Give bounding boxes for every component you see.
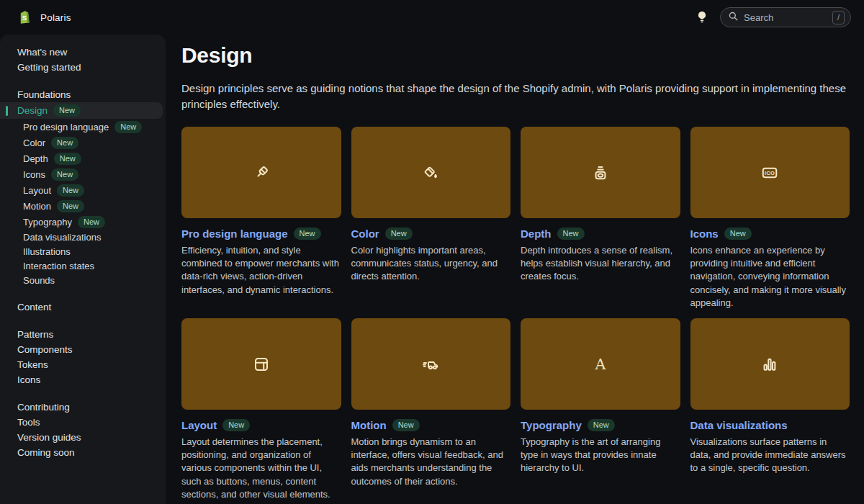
sidebar-item-foundations[interactable]: Foundations: [0, 87, 166, 102]
card-link-layout[interactable]: Layout: [181, 419, 217, 431]
card-title-row: LayoutNew: [181, 419, 341, 431]
card-title-row: DepthNew: [521, 228, 680, 240]
sidebar-item-label: Coming soon: [17, 447, 75, 458]
new-badge: New: [724, 228, 752, 240]
card-thumbnail-color[interactable]: [351, 127, 511, 218]
card-thumbnail-depth[interactable]: [521, 127, 680, 218]
card-description: Visualizations surface patterns in data,…: [690, 436, 850, 475]
ico-badge-icon: ICO: [759, 162, 780, 184]
topbar: S Polaris /: [0, 0, 864, 35]
sidebar-item-pro-design-language[interactable]: Pro design languageNew: [0, 119, 166, 135]
sidebar-item-depth[interactable]: DepthNew: [0, 150, 166, 166]
new-badge: New: [57, 184, 84, 197]
sidebar-item-label: Illustrations: [23, 246, 71, 257]
brand[interactable]: S Polaris: [17, 9, 71, 26]
sidebar-item-label: Motion: [23, 201, 51, 212]
sidebar-item-data-visualizations[interactable]: Data visualizations: [0, 230, 166, 244]
card-description: Motion brings dynamism to an interface, …: [351, 436, 511, 488]
sidebar-item-label: Pro design language: [23, 122, 109, 132]
card-link-pro-design-language[interactable]: Pro design language: [181, 228, 288, 240]
sidebar-item-label: What's new: [17, 47, 67, 58]
new-badge: New: [54, 153, 81, 165]
new-badge: New: [294, 228, 321, 240]
card-description: Layout determines the placement, positio…: [181, 436, 341, 501]
svg-text:ICO: ICO: [765, 170, 775, 176]
sidebar-item-layout[interactable]: LayoutNew: [0, 182, 166, 198]
search-box[interactable]: /: [720, 7, 851, 27]
new-badge: New: [51, 137, 78, 149]
card-layout: LayoutNewLayout determines the placement…: [181, 318, 341, 501]
card-link-motion[interactable]: Motion: [351, 419, 387, 431]
sidebar-item-label: Color: [23, 138, 45, 148]
sidebar-item-label: Interaction states: [23, 261, 94, 271]
sidebar-group: ContributingToolsVersion guidesComing so…: [0, 400, 166, 460]
sidebar-item-getting-started[interactable]: Getting started: [0, 60, 166, 75]
card-thumbnail-typography[interactable]: A: [521, 318, 680, 410]
new-badge: New: [53, 104, 81, 117]
sidebar-group: What's newGetting started: [0, 45, 166, 75]
sidebar-item-label: Components: [17, 344, 73, 355]
sidebar-item-label: Version guides: [17, 432, 81, 443]
new-badge: New: [57, 200, 84, 212]
layout-template-icon: [251, 354, 272, 375]
card-link-typography[interactable]: Typography: [521, 419, 582, 431]
page-intro: Design principles serve as guiding notio…: [181, 81, 850, 112]
svg-text:A: A: [594, 355, 606, 372]
search-icon: [728, 11, 739, 24]
card-description: Typography is the art of arranging type …: [521, 436, 680, 475]
sidebar-item-patterns[interactable]: Patterns: [0, 327, 166, 342]
sidebar-item-what-s-new[interactable]: What's new: [0, 45, 166, 60]
card-thumbnail-motion[interactable]: [351, 318, 511, 410]
sidebar-item-sounds[interactable]: Sounds: [0, 273, 166, 287]
new-badge: New: [557, 228, 585, 240]
sidebar-item-label: Contributing: [17, 402, 70, 413]
sidebar-item-icons[interactable]: IconsNew: [0, 166, 166, 182]
sidebar-item-components[interactable]: Components: [0, 342, 166, 357]
card-thumbnail-data-visualizations[interactable]: [690, 318, 850, 410]
new-badge: New: [385, 228, 413, 240]
card-data-visualizations: Data visualizationsVisualizations surfac…: [690, 318, 850, 501]
sidebar-item-label: Foundations: [17, 89, 71, 100]
card-title-row: ColorNew: [351, 228, 511, 240]
sidebar-group: PatternsComponentsTokensIcons: [0, 327, 166, 387]
sidebar-item-version-guides[interactable]: Version guides: [0, 430, 166, 445]
sidebar-item-design[interactable]: DesignNew: [0, 102, 163, 119]
card-link-icons[interactable]: Icons: [690, 228, 719, 240]
card-link-depth[interactable]: Depth: [521, 228, 552, 240]
sidebar-item-tools[interactable]: Tools: [0, 415, 166, 430]
new-badge: New: [222, 419, 250, 431]
card-description: Efficiency, intuition, and style combine…: [181, 244, 341, 297]
new-badge: New: [392, 419, 420, 431]
sidebar-item-interaction-states[interactable]: Interaction states: [0, 258, 166, 273]
card-title-row: Data visualizations: [690, 419, 850, 431]
sidebar-item-tokens[interactable]: Tokens: [0, 357, 166, 372]
new-badge: New: [78, 216, 105, 228]
card-motion: MotionNewMotion brings dynamism to an in…: [351, 318, 511, 501]
sidebar-item-label: Content: [17, 302, 51, 312]
theme-toggle-lightbulb-icon[interactable]: [697, 11, 707, 24]
sidebar-item-icons[interactable]: Icons: [0, 372, 166, 387]
card-icons: ICOIconsNewIcons enhance an experience b…: [690, 127, 850, 310]
card-link-data-visualizations[interactable]: Data visualizations: [690, 419, 788, 431]
sidebar-item-coming-soon[interactable]: Coming soon: [0, 445, 166, 460]
sidebar-item-label: Depth: [23, 153, 48, 164]
card-title-row: Pro design languageNew: [181, 228, 341, 240]
sidebar-item-content[interactable]: Content: [0, 300, 166, 315]
letter-a-icon: A: [590, 354, 611, 375]
card-thumbnail-pro-design-language[interactable]: [181, 127, 341, 218]
layers-icon: [590, 162, 611, 184]
sidebar-item-motion[interactable]: MotionNew: [0, 198, 166, 214]
card-thumbnail-layout[interactable]: [181, 318, 341, 410]
sidebar-item-illustrations[interactable]: Illustrations: [0, 244, 166, 258]
sidebar-nav: What's newGetting startedFoundationsDesi…: [0, 45, 166, 460]
search-input[interactable]: [744, 12, 827, 23]
card-typography: ATypographyNewTypography is the art of a…: [521, 318, 680, 501]
sidebar-item-color[interactable]: ColorNew: [0, 135, 166, 150]
sidebar-item-typography[interactable]: TypographyNew: [0, 214, 166, 230]
card-thumbnail-icons[interactable]: ICO: [690, 127, 850, 218]
paintbrush-icon: [251, 162, 272, 184]
sidebar-item-contributing[interactable]: Contributing: [0, 400, 166, 415]
bar-chart-icon: [759, 354, 780, 375]
new-badge: New: [114, 121, 142, 133]
card-link-color[interactable]: Color: [351, 228, 379, 240]
